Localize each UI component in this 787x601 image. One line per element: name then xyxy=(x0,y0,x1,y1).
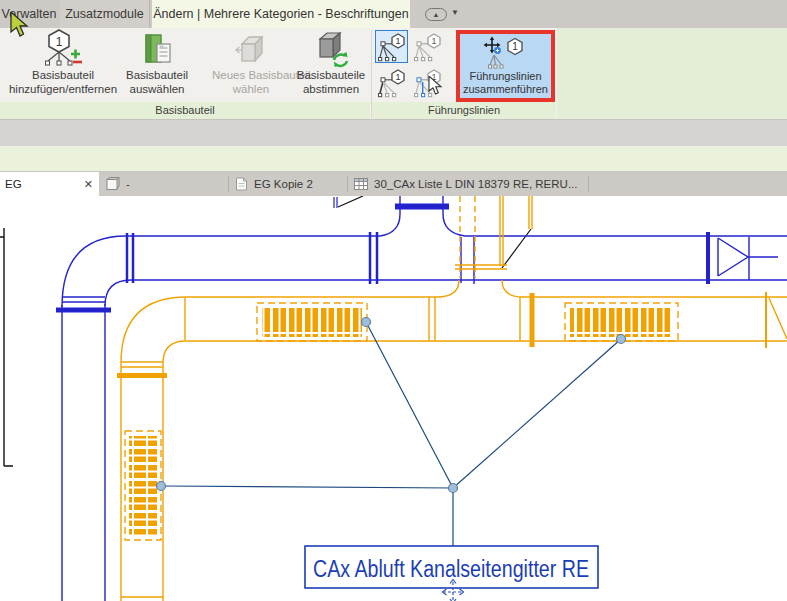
view-tab-eg[interactable]: EG ✕ xyxy=(0,172,99,196)
merge-leaders-highlight-box: 1 Führungslinien zusammenführen xyxy=(456,30,555,102)
quick-access-band xyxy=(0,120,787,146)
revit-window: Verwalten Zusatzmodule Ändern | Mehrere … xyxy=(0,0,787,601)
leader-grip[interactable] xyxy=(449,484,458,493)
drawing-area[interactable]: CAx Abluft Kanalseitengitter RE xyxy=(0,196,787,601)
svg-text:1: 1 xyxy=(395,36,400,46)
view-tab-bar: EG ✕ - EG Kopie 2 xyxy=(0,172,787,196)
view-tab-2[interactable]: - xyxy=(100,172,228,196)
ribbon-collapse-dropdown-icon[interactable]: ▼ xyxy=(451,8,459,17)
leader-style-3-button[interactable]: 1 xyxy=(375,66,408,99)
svg-text:1: 1 xyxy=(512,41,518,52)
ribbon: 1 Basisbauteil hinzufügen/entfernen xyxy=(0,28,787,120)
options-bar xyxy=(0,146,787,172)
reconcile-hosts-button[interactable]: Basisbauteile abstimmen xyxy=(292,30,370,96)
panel-label-basisbauteil[interactable]: Basisbauteil xyxy=(0,102,370,119)
blue-duct[interactable] xyxy=(56,196,787,601)
leader-style-2-button[interactable]: 1 xyxy=(411,30,444,63)
svg-text:1: 1 xyxy=(395,72,400,82)
leader-grip[interactable] xyxy=(157,482,166,491)
duct-grilles[interactable] xyxy=(125,303,678,540)
tag-add-remove-icon: 1 xyxy=(2,30,124,68)
leader-tree-icon: 1 xyxy=(413,67,443,99)
pick-host-icon xyxy=(122,30,192,68)
tag-leader-lines[interactable] xyxy=(165,322,621,546)
add-remove-host-button[interactable]: 1 Basisbauteil hinzufügen/entfernen xyxy=(2,30,124,96)
leader-tree-icon: 1 xyxy=(377,67,407,99)
leader-grip[interactable] xyxy=(617,335,626,344)
leader-tree-icon: 1 xyxy=(413,31,443,63)
new-host-icon xyxy=(212,30,290,68)
crop-boundary xyxy=(0,228,13,466)
close-icon[interactable]: ✕ xyxy=(84,172,93,196)
tab-aendern-contextual[interactable]: Ändern | Mehrere Kategorien - Beschriftu… xyxy=(152,0,410,28)
new-host-button: Neues Basisbauteil wählen xyxy=(212,30,290,96)
leader-grip[interactable] xyxy=(362,318,371,327)
leader-grips[interactable] xyxy=(157,318,626,493)
view-tab-schedule[interactable]: 30_CAx Liste L DIN 18379 RE, RERU... xyxy=(348,172,588,196)
view-tab-eg-kopie-2[interactable]: EG Kopie 2 xyxy=(229,172,347,196)
schedule-icon xyxy=(354,178,368,190)
ribbon-collapse-icon[interactable]: ▲ xyxy=(425,8,447,21)
svg-text:1: 1 xyxy=(56,35,63,49)
drawing-canvas: CAx Abluft Kanalseitengitter RE xyxy=(0,196,787,601)
svg-text:1: 1 xyxy=(431,72,436,82)
merge-leaders-icon: 1 xyxy=(482,36,530,70)
tab-zusatzmodule[interactable]: Zusatzmodule xyxy=(60,0,150,28)
pick-host-button[interactable]: Basisbauteil auswählen xyxy=(122,30,192,96)
view-3d-icon xyxy=(106,177,120,191)
leader-tree-icon: 1 xyxy=(377,31,407,63)
sheet-icon xyxy=(235,177,248,191)
leader-style-1-button[interactable]: 1 xyxy=(375,30,408,63)
merge-leaders-button[interactable]: 1 Führungslinien zusammenführen xyxy=(460,34,551,98)
svg-text:CAx Abluft Kanalseitengitter R: CAx Abluft Kanalseitengitter RE xyxy=(313,556,589,582)
reconcile-hosts-icon xyxy=(292,30,370,68)
panel-label-fuehrungslinien[interactable]: Führungslinien xyxy=(372,102,556,119)
leader-style-4-button[interactable]: 1 xyxy=(411,66,444,99)
svg-text:1: 1 xyxy=(431,36,436,46)
ribbon-tab-bar: Verwalten Zusatzmodule Ändern | Mehrere … xyxy=(0,0,787,28)
orange-duct[interactable] xyxy=(117,196,787,601)
tab-verwalten[interactable]: Verwalten xyxy=(0,0,58,28)
contextual-ribbon-area xyxy=(557,28,787,119)
